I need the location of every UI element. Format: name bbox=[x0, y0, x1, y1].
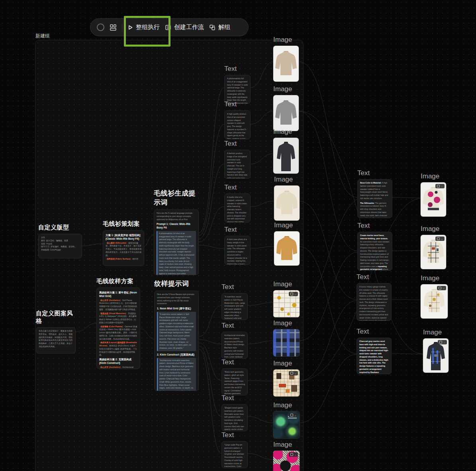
image-node[interactable]: Image ⌄ bbox=[273, 280, 300, 317]
image-thumbnail[interactable] bbox=[273, 46, 299, 82]
run-group-button[interactable]: 整组执行 bbox=[127, 23, 160, 31]
text-node[interactable]: Text A fashion product image of an elong… bbox=[224, 140, 251, 179]
image-node[interactable]: Image ⌄ bbox=[421, 274, 448, 319]
toolbar-divider bbox=[122, 23, 122, 31]
plan-heading: 高级纹样方案 2: 克莱因构成 (Klein Construct) bbox=[99, 358, 137, 365]
node-card[interactable]: Here are the 5 natural language prompts … bbox=[154, 209, 199, 275]
text-node-card[interactable]: A fashion product image of an elongated … bbox=[224, 150, 251, 179]
text-node[interactable]: Text "Elegant avant-garde seamless grid … bbox=[221, 394, 248, 431]
image-node-label: Image bbox=[274, 221, 300, 229]
image-node[interactable]: Image bbox=[274, 176, 300, 221]
text-node-card[interactable]: "Large scale Pop art geometric pattern. … bbox=[221, 441, 248, 468]
image-thumbnail[interactable] bbox=[274, 186, 300, 221]
plan-bullet: 核心廓形 (Silhouette)：箱型宽松版型，肩线极度下沉，衣身宽大，袖子宽… bbox=[106, 242, 141, 257]
text-node[interactable]: Text A studio shot of a cropped, relaxed… bbox=[224, 184, 251, 223]
create-workflow-button[interactable]: 创建工作流 bbox=[165, 23, 204, 31]
prompt-quote: "Architectural minimalist seamless patte… bbox=[157, 358, 196, 391]
text-node-card[interactable]: Architectural minimalist seamless patter… bbox=[221, 332, 248, 359]
image-thumbnail[interactable]: ⌄ bbox=[273, 411, 300, 438]
image-thumbnail[interactable]: ⌄ bbox=[421, 284, 448, 319]
text-node[interactable]: Text Charcoal grey merino wool base with… bbox=[357, 328, 392, 374]
text-node[interactable]: Text "Retro tech geometric pattern, glit… bbox=[221, 358, 248, 395]
thumb-actions-badge[interactable]: ⌄ bbox=[289, 292, 298, 296]
sweater-prompts-node[interactable]: 毛线衫生成提示词 Here are the 5 natural language… bbox=[154, 189, 200, 275]
text-node-card[interactable]: A high quality product shot of an oversi… bbox=[224, 110, 251, 139]
thumb-actions-badge[interactable]: ⌄ bbox=[435, 236, 445, 241]
thumb-actions-badge[interactable]: ⌄ bbox=[438, 340, 447, 344]
image-node[interactable]: Image ⌄ bbox=[421, 172, 446, 217]
image-node[interactable]: Image bbox=[273, 85, 299, 131]
image-node[interactable]: Image bbox=[273, 36, 299, 82]
rich-paragraph: The Silhouette: The garment showcases a … bbox=[360, 202, 390, 219]
image-thumbnail[interactable]: ⌄ bbox=[273, 290, 300, 317]
image-node[interactable]: Image bbox=[273, 128, 299, 174]
custom-pattern-node[interactable]: 自定义版型 女性 廓形: 超大宽松、慵懒感、落肩 领型: 半高领 细节/工艺: … bbox=[38, 224, 82, 258]
node-card[interactable]: Here are the 5 Neue Basara style prompts… bbox=[154, 291, 199, 391]
node-card[interactable]: 女性 廓形: 超大宽松、慵懒感、落肩 领型: 半高领 细节/工艺: 罗纹编织、堆… bbox=[38, 234, 82, 258]
text-node-card[interactable]: "Elegant avant-garde seamless grid patte… bbox=[221, 404, 248, 431]
node-card[interactable]: 米色点缀几何交错设计，图案发生韵律有序变化。理性疏密、波点大小、透视感经典交织格… bbox=[36, 327, 76, 354]
image-thumbnail[interactable]: ⌄ bbox=[273, 451, 300, 471]
text-node-card[interactable]: "A seamless vector pattern in Soft Pause… bbox=[221, 293, 248, 320]
thumb-actions-badge[interactable]: ⌄ bbox=[437, 286, 446, 290]
text-node[interactable]: Text "Large scale Pop art geometric patt… bbox=[221, 431, 248, 468]
text-node-card[interactable]: A luxury heavy-gauge intarsia knit sweat… bbox=[357, 283, 392, 321]
image-thumbnail[interactable]: ⌄ bbox=[273, 369, 300, 397]
image-thumbnail[interactable]: ⌄ bbox=[421, 235, 446, 269]
text-node[interactable]: Text Base Color & Material: A high fashi… bbox=[357, 169, 392, 218]
image-node-label: Image bbox=[273, 85, 299, 93]
rich-paragraph: A luxury heavy-gauge intarsia knit sweat… bbox=[359, 285, 389, 321]
image-thumbnail[interactable] bbox=[274, 231, 300, 266]
node-card[interactable]: 高级纹样方案 1: 雾中霓虹 (Neon Mist Grid) 核心美学 (Ae… bbox=[96, 287, 140, 369]
image-node[interactable]: Image ⌄ bbox=[273, 360, 300, 397]
sweater-plan-node[interactable]: 毛线衫策划案 方案 1: [经典宽罗纹·箱型结构] (Classic Wide-… bbox=[103, 220, 145, 266]
thumb-actions-badge[interactable]: ⌄ bbox=[289, 452, 298, 457]
image-node[interactable]: Image bbox=[273, 319, 300, 356]
ungroup-button[interactable]: 解组 bbox=[209, 23, 230, 31]
status-circle-icon[interactable] bbox=[97, 23, 104, 31]
thumb-actions-badge[interactable]: ⌄ bbox=[289, 413, 298, 417]
image-node[interactable]: Image ⌄ bbox=[423, 328, 449, 373]
image-thumbnail[interactable]: ⌄ bbox=[423, 338, 449, 373]
thumb-actions-badge[interactable]: ⌄ bbox=[289, 371, 298, 375]
pattern-prompts-node[interactable]: 纹样提示词 Here are the 5 Neue Basara style p… bbox=[154, 279, 200, 391]
text-node-card[interactable]: A front view photo of a heavy weight A-l… bbox=[224, 236, 251, 265]
node-title: 毛线纹样方案 bbox=[96, 278, 141, 285]
text-node-label: Text bbox=[357, 222, 392, 230]
image-node[interactable]: Image ⌄ bbox=[273, 441, 300, 471]
image-node-label: Image bbox=[273, 36, 299, 44]
text-node-card[interactable]: "Retro tech geometric pattern, glitch ar… bbox=[221, 368, 248, 395]
node-card[interactable]: 方案 1: [经典宽罗纹·箱型结构] (Classic Wide-Rib Box… bbox=[103, 230, 144, 266]
text-node-card[interactable]: Cream merino wool base, intarsia knittin… bbox=[357, 232, 392, 271]
node-title: 毛线衫策划案 bbox=[103, 220, 145, 228]
thumb-actions-badge[interactable]: ⌄ bbox=[435, 184, 445, 188]
image-thumbnail[interactable] bbox=[273, 95, 299, 131]
text-node[interactable]: Text Architectural minimalist seamless p… bbox=[221, 322, 248, 359]
text-node-label: Text bbox=[224, 226, 251, 234]
layout-icon[interactable] bbox=[110, 24, 117, 31]
plan-bullet: 视觉血统 (Visual Memories)：灵感源自 A.P.C 与 Wall… bbox=[99, 312, 137, 324]
text-node-card[interactable]: Base Color & Material: A high fashion ov… bbox=[357, 179, 392, 218]
text-node[interactable]: Text A luxury heavy-gauge intarsia knit … bbox=[357, 273, 392, 321]
image-node-label: Image bbox=[273, 441, 300, 449]
group-title[interactable]: 新建组 bbox=[35, 33, 50, 39]
node-canvas[interactable]: 新建组 整组执行 创建工作流 解组 自定义版型 女 bbox=[0, 0, 476, 471]
image-node[interactable]: Image ⌄ bbox=[273, 401, 300, 438]
image-thumbnail[interactable]: ⌄ bbox=[421, 182, 446, 217]
text-node-card[interactable]: Charcoal grey merino wool base with high… bbox=[357, 338, 392, 374]
pattern-plan-node[interactable]: 毛线纹样方案 高级纹样方案 1: 雾中霓虹 (Neon Mist Grid) 核… bbox=[96, 278, 141, 369]
text-node[interactable]: Text Cream merino wool base, intarsia kn… bbox=[357, 222, 392, 271]
text-node-card[interactable]: A studio shot of a cropped, relaxed-fit … bbox=[224, 193, 251, 223]
image-thumbnail[interactable] bbox=[273, 329, 300, 356]
text-node[interactable]: Text "A seamless vector pattern in Soft … bbox=[221, 283, 248, 320]
text-node[interactable]: Text A high quality product shot of an o… bbox=[224, 100, 251, 139]
text-node-card[interactable]: A photorealistic full shot of an exagger… bbox=[224, 75, 251, 104]
rich-paragraph: Cream merino wool base, intarsia knittin… bbox=[360, 234, 390, 271]
custom-style-node[interactable]: 自定义图案风格 米色点缀几何交错设计，图案发生韵律有序变化。理性疏密、波点大小、… bbox=[36, 310, 76, 354]
workflow-icon bbox=[165, 24, 171, 31]
image-node[interactable]: Image ⌄ bbox=[421, 225, 446, 269]
image-node[interactable]: Image bbox=[274, 221, 300, 266]
text-node[interactable]: Text A front view photo of a heavy weigh… bbox=[224, 226, 251, 265]
text-node[interactable]: Text A photorealistic full shot of an ex… bbox=[224, 65, 251, 104]
image-thumbnail[interactable] bbox=[273, 138, 299, 174]
